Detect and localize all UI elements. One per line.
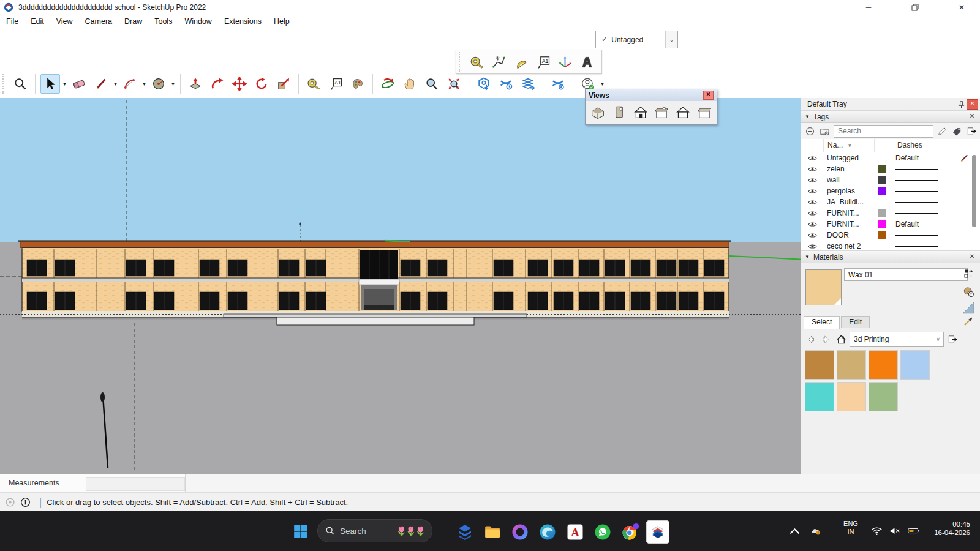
menu-view[interactable]: View <box>50 17 79 26</box>
text-tool[interactable]: A1 <box>533 52 552 72</box>
select-arrow-tool[interactable] <box>40 74 60 94</box>
tag-color-swatch[interactable] <box>873 176 891 184</box>
materials-close-button[interactable]: ✕ <box>967 252 977 261</box>
tag-color-swatch[interactable] <box>873 165 891 173</box>
credits-info-icon[interactable] <box>20 497 31 508</box>
eraser-tool[interactable] <box>69 74 89 94</box>
add-tag-folder-icon[interactable] <box>819 126 831 137</box>
sample-paint-icon[interactable] <box>963 316 975 328</box>
tag-row[interactable]: wall <box>801 174 980 186</box>
tab-select[interactable]: Select <box>804 316 840 329</box>
paint-bucket-tool[interactable] <box>348 74 368 94</box>
material-collection-select[interactable]: 3d Printing ∨ <box>850 332 944 347</box>
pin-icon[interactable] <box>956 99 967 109</box>
add-tag-icon[interactable] <box>804 126 816 137</box>
menu-edit[interactable]: Edit <box>24 17 50 26</box>
volume-muted-icon[interactable] <box>887 525 902 536</box>
tag-details-arrow-icon[interactable] <box>966 126 978 137</box>
taskbar-app-sketchup[interactable] <box>646 520 669 544</box>
text-tool[interactable]: A1 <box>326 74 345 94</box>
zoom-extents-tool[interactable] <box>444 74 464 94</box>
visibility-eye-icon[interactable] <box>801 210 823 217</box>
material-swatch[interactable] <box>900 350 930 380</box>
share-component-tool[interactable] <box>518 74 538 94</box>
wifi-icon[interactable] <box>870 525 883 536</box>
chevron-down-icon[interactable]: ⌄ <box>665 31 677 48</box>
view-left-button[interactable] <box>694 103 714 121</box>
tape-measure-tool[interactable] <box>467 52 486 72</box>
arc-tool[interactable] <box>120 74 140 94</box>
language-indicator[interactable]: ENG IN <box>840 520 861 536</box>
pencil-tool[interactable] <box>91 74 111 94</box>
purge-tags-icon[interactable] <box>951 126 963 137</box>
tag-dash-style[interactable]: Default <box>891 154 952 162</box>
tag-dash-style[interactable] <box>891 169 952 170</box>
dashes-column-header[interactable]: Dashes <box>892 139 954 152</box>
protractor-tool[interactable] <box>511 52 530 72</box>
tag-color-swatch[interactable] <box>873 209 891 217</box>
menu-tools[interactable]: Tools <box>148 17 178 26</box>
material-preview[interactable] <box>805 269 842 305</box>
clock[interactable]: 00:45 16-04-2026 <box>934 520 970 537</box>
select-arrow-dropdown-caret[interactable]: ▼ <box>61 75 68 93</box>
tag-dash-style[interactable]: Default <box>891 220 952 228</box>
edit-pencil-icon[interactable] <box>937 126 948 137</box>
3d-text-tool[interactable] <box>577 52 597 72</box>
tag-row[interactable]: FURNIT...Default <box>801 219 980 230</box>
tag-dash-style[interactable] <box>891 202 952 203</box>
tray-chevron-up-icon[interactable] <box>788 526 801 537</box>
model-viewport[interactable] <box>0 98 801 474</box>
tag-dash-style[interactable] <box>891 191 952 192</box>
visibility-eye-icon[interactable] <box>801 199 823 206</box>
home-icon[interactable] <box>834 332 848 346</box>
tag-row[interactable]: zelen <box>801 163 980 174</box>
back-arrow-icon[interactable] <box>804 332 817 346</box>
arc-dropdown-caret[interactable]: ▼ <box>141 75 148 93</box>
pencil-dropdown-caret[interactable]: ▼ <box>112 75 119 93</box>
taskbar-app-trimble[interactable] <box>453 520 477 544</box>
menu-draw[interactable]: Draw <box>118 17 148 26</box>
visibility-eye-icon[interactable] <box>801 221 823 228</box>
view-iso-button[interactable] <box>588 103 608 121</box>
visibility-eye-icon[interactable] <box>801 188 823 195</box>
menu-window[interactable]: Window <box>178 17 217 26</box>
taskbar-app-chrome[interactable] <box>619 520 642 544</box>
views-close-button[interactable]: ✕ <box>703 91 714 100</box>
tags-section-header[interactable]: ▼ Tags ✕ <box>801 110 980 123</box>
dimension-tool[interactable] <box>489 52 508 72</box>
taskbar-app-copilot[interactable] <box>508 520 532 544</box>
viewport-scene[interactable] <box>0 98 801 474</box>
rotate-tool[interactable] <box>252 74 271 94</box>
taskbar-app-edge[interactable] <box>536 520 559 544</box>
extension-warehouse-tool[interactable] <box>548 74 568 94</box>
scale-tool[interactable] <box>274 74 293 94</box>
view-front-button[interactable] <box>630 103 650 121</box>
menu-help[interactable]: Help <box>268 17 296 26</box>
tag-row[interactable]: ceco net 2 <box>801 241 980 250</box>
tag-color-swatch[interactable] <box>873 187 891 195</box>
tag-color-swatch[interactable] <box>873 220 891 228</box>
tag-row[interactable]: UntaggedDefault <box>801 152 980 163</box>
move-tool[interactable] <box>230 74 249 94</box>
tape-measure-tool[interactable] <box>304 74 323 94</box>
material-swatch[interactable] <box>805 382 834 411</box>
view-top-button[interactable] <box>609 103 630 121</box>
menu-camera[interactable]: Camera <box>79 17 118 26</box>
orbit-tool[interactable] <box>378 74 398 94</box>
minimize-button[interactable]: ─ <box>861 0 876 15</box>
taskbar-app-explorer[interactable] <box>481 520 504 544</box>
menu-extensions[interactable]: Extensions <box>218 17 268 26</box>
zoom-tool[interactable] <box>422 74 442 94</box>
view-right-button[interactable] <box>652 103 672 121</box>
material-name-field[interactable] <box>844 268 968 281</box>
onedrive-cloud-icon[interactable]: ! <box>807 523 824 538</box>
tag-color-swatch[interactable] <box>873 231 891 239</box>
follow-me-tool[interactable] <box>208 74 227 94</box>
materials-section-header[interactable]: ▼ Materials ✕ <box>801 250 980 263</box>
visibility-eye-icon[interactable] <box>801 166 823 173</box>
tag-filter-combo[interactable]: ✓ Untagged ⌄ <box>595 31 678 48</box>
tag-dash-style[interactable] <box>891 235 952 236</box>
collection-details-arrow-icon[interactable] <box>946 332 959 346</box>
edit-tag-pencil-icon[interactable] <box>959 152 970 163</box>
tab-edit[interactable]: Edit <box>841 316 870 328</box>
